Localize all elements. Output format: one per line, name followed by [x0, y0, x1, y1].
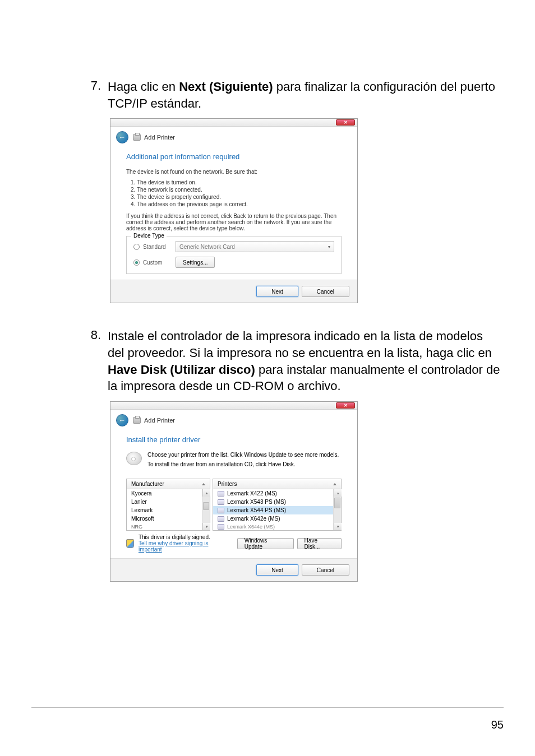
- next-button[interactable]: Next: [256, 286, 298, 297]
- text-bold: Have Disk (Utilizar disco): [108, 363, 255, 377]
- check-item: 4. The address on the previous page is c…: [131, 201, 342, 207]
- printers-list: Printers Lexmark X422 (MS) Lexmark X543 …: [213, 479, 342, 531]
- list-item[interactable]: Lexmark X642e (MS): [213, 514, 333, 523]
- shield-icon: [126, 539, 134, 548]
- settings-button[interactable]: Settings...: [176, 257, 215, 268]
- printer-item-icon: [218, 516, 224, 522]
- driver-lists: Manufacturer Kyocera Lanier Lexmark Micr…: [126, 479, 342, 531]
- manufacturer-list: Manufacturer Kyocera Lanier Lexmark Micr…: [126, 479, 210, 531]
- printer-icon: [133, 134, 141, 141]
- list-item[interactable]: Lanier: [127, 498, 202, 506]
- dialog-buttons: Next Cancel: [110, 280, 357, 303]
- printer-item-icon: [218, 524, 224, 530]
- step-number: 7.: [90, 78, 108, 112]
- signing-info-link[interactable]: Tell me why driver signing is important: [139, 540, 209, 553]
- chevron-down-icon: ▾: [328, 244, 330, 249]
- add-printer-dialog-driver: ✕ ← Add Printer Install the printer driv…: [110, 401, 358, 582]
- window-title: Add Printer: [144, 417, 175, 424]
- printer-icon: [133, 417, 141, 424]
- cancel-button[interactable]: Cancel: [302, 286, 349, 297]
- check-item: 3. The device is properly configured.: [131, 194, 342, 200]
- windows-update-button[interactable]: Windows Update: [237, 538, 294, 549]
- disc-icon: [126, 452, 142, 465]
- scrollbar[interactable]: ▴ ▾: [202, 489, 210, 530]
- device-type-combo[interactable]: Generic Network Card ▾: [176, 241, 334, 252]
- titlebar: ✕: [110, 402, 357, 410]
- col-label: Manufacturer: [131, 481, 164, 487]
- window-title: Add Printer: [144, 134, 175, 141]
- fieldset-legend: Device Type: [131, 233, 167, 239]
- step-text: Instale el controlador de la impresora i…: [108, 328, 501, 395]
- add-printer-dialog-port: ✕ ← Add Printer Additional port informat…: [110, 118, 358, 303]
- printer-item-icon: [218, 499, 224, 505]
- signed-text: This driver is digitally signed.: [139, 534, 233, 540]
- scroll-up-icon[interactable]: ▴: [334, 489, 342, 497]
- list-item[interactable]: Lexmark X543 PS (MS): [213, 498, 333, 506]
- back-button[interactable]: ←: [116, 414, 128, 426]
- sort-up-icon: [333, 483, 336, 485]
- close-button[interactable]: ✕: [336, 119, 355, 126]
- scroll-up-icon[interactable]: ▴: [202, 489, 210, 497]
- combo-value: Generic Network Card: [179, 244, 235, 250]
- dialog-header: ← Add Printer: [110, 127, 357, 146]
- scrollbar[interactable]: ▴ ▾: [333, 489, 341, 530]
- step-7: 7. Haga clic en Next (Siguiente) para fi…: [90, 78, 501, 112]
- col-label: Printers: [218, 481, 237, 487]
- radio-standard-label: Standard: [143, 244, 176, 250]
- section-heading: Install the printer driver: [126, 435, 342, 444]
- step-text: Haga clic en Next (Siguiente) para final…: [108, 78, 501, 112]
- checklist: 1. The device is turned on. 2. The netwo…: [131, 179, 342, 207]
- check-item: 2. The network is connected.: [131, 187, 342, 193]
- device-type-fieldset: Device Type Standard Generic Network Car…: [126, 236, 342, 274]
- not-found-text: The device is not found on the network. …: [126, 169, 342, 175]
- scroll-down-icon[interactable]: ▾: [202, 523, 210, 530]
- check-item: 1. The device is turned on.: [131, 179, 342, 185]
- list-item[interactable]: Lexmark X422 (MS): [213, 489, 333, 498]
- scroll-down-icon[interactable]: ▾: [334, 523, 342, 530]
- dialog-header: ← Add Printer: [110, 410, 357, 429]
- page-number: 95: [491, 718, 504, 731]
- instruction-2: To install the driver from an installati…: [147, 461, 342, 467]
- radio-standard[interactable]: [133, 244, 140, 250]
- hint-text: If you think the address is not correct,…: [126, 213, 342, 231]
- driver-signed-row: This driver is digitally signed. Tell me…: [126, 534, 342, 553]
- scroll-thumb[interactable]: [334, 498, 340, 508]
- close-button[interactable]: ✕: [336, 402, 355, 409]
- text-pre: Haga clic en: [108, 80, 179, 94]
- printer-item-icon: [218, 508, 224, 513]
- text-pre: Instale el controlador de la impresora i…: [108, 329, 492, 360]
- printer-item-icon: [218, 491, 224, 497]
- radio-custom-label: Custom: [143, 259, 176, 266]
- have-disk-button[interactable]: Have Disk...: [297, 538, 342, 549]
- step-8: 8. Instale el controlador de la impresor…: [90, 328, 501, 395]
- list-item[interactable]: Kyocera: [127, 489, 202, 498]
- list-item[interactable]: Microsoft: [127, 514, 202, 523]
- step-number: 8.: [90, 328, 108, 395]
- radio-custom-row[interactable]: Custom Settings...: [133, 257, 334, 268]
- radio-custom[interactable]: [133, 259, 140, 266]
- printers-header[interactable]: Printers: [213, 479, 341, 489]
- section-heading: Additional port information required: [126, 152, 342, 161]
- dialog-buttons: Next Cancel: [110, 558, 357, 581]
- list-item[interactable]: NRG: [127, 523, 202, 530]
- sort-up-icon: [202, 483, 205, 485]
- radio-standard-row[interactable]: Standard Generic Network Card ▾: [133, 241, 334, 252]
- text-bold: Next (Siguiente): [179, 80, 273, 94]
- list-item[interactable]: Lexmark X644e (MS): [213, 523, 333, 530]
- manufacturer-header[interactable]: Manufacturer: [127, 479, 210, 489]
- footer-rule: [31, 707, 504, 708]
- list-item-selected[interactable]: Lexmark X544 PS (MS): [213, 506, 333, 514]
- scroll-thumb[interactable]: [203, 502, 209, 510]
- list-item[interactable]: Lexmark: [127, 506, 202, 514]
- cancel-button[interactable]: Cancel: [302, 564, 349, 576]
- titlebar: ✕: [110, 119, 357, 127]
- next-button[interactable]: Next: [256, 564, 298, 576]
- back-button[interactable]: ←: [116, 131, 128, 143]
- instruction-1: Choose your printer from the list. Click…: [147, 452, 342, 458]
